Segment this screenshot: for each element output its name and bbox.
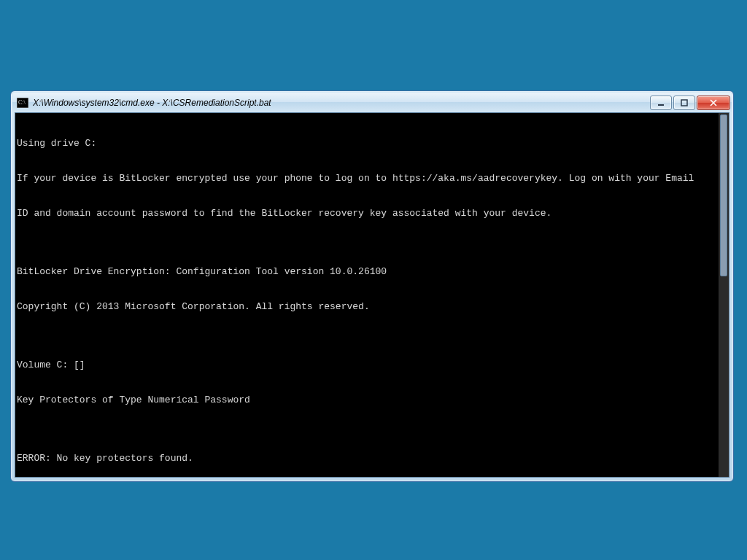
cmd-icon: C:\ (17, 98, 28, 108)
svg-rect-2 (658, 104, 664, 106)
close-button[interactable] (697, 96, 730, 110)
terminal-output[interactable]: Using drive C: If your device is BitLock… (15, 113, 719, 477)
terminal-line: Using drive C: (17, 138, 719, 149)
terminal-line: ID and domain account password to find t… (17, 208, 719, 219)
scrollbar-thumb[interactable] (720, 114, 727, 276)
terminal-line: If your device is BitLocker encrypted us… (17, 173, 719, 184)
terminal-line: Key Protectors of Type Numerical Passwor… (17, 394, 719, 406)
cmd-window: C:\ X:\Windows\system32\cmd.exe - X:\CSR… (10, 90, 734, 482)
terminal-line: Volume C: [] (17, 359, 719, 371)
svg-rect-3 (681, 100, 687, 106)
titlebar[interactable]: C:\ X:\Windows\system32\cmd.exe - X:\CSR… (12, 93, 732, 113)
terminal-line: Copyright (C) 2013 Microsoft Corporation… (17, 301, 719, 313)
window-controls (650, 96, 730, 110)
client-area: Using drive C: If your device is BitLock… (15, 113, 729, 477)
maximize-button[interactable] (673, 96, 695, 110)
window-title: X:\Windows\system32\cmd.exe - X:\CSRemed… (33, 98, 650, 108)
minimize-button[interactable] (650, 96, 672, 110)
vertical-scrollbar[interactable] (719, 113, 729, 477)
terminal-line: ERROR: No key protectors found. (17, 453, 719, 464)
terminal-line: BitLocker Drive Encryption: Configuratio… (17, 266, 719, 278)
svg-text:C:\: C:\ (18, 99, 26, 106)
